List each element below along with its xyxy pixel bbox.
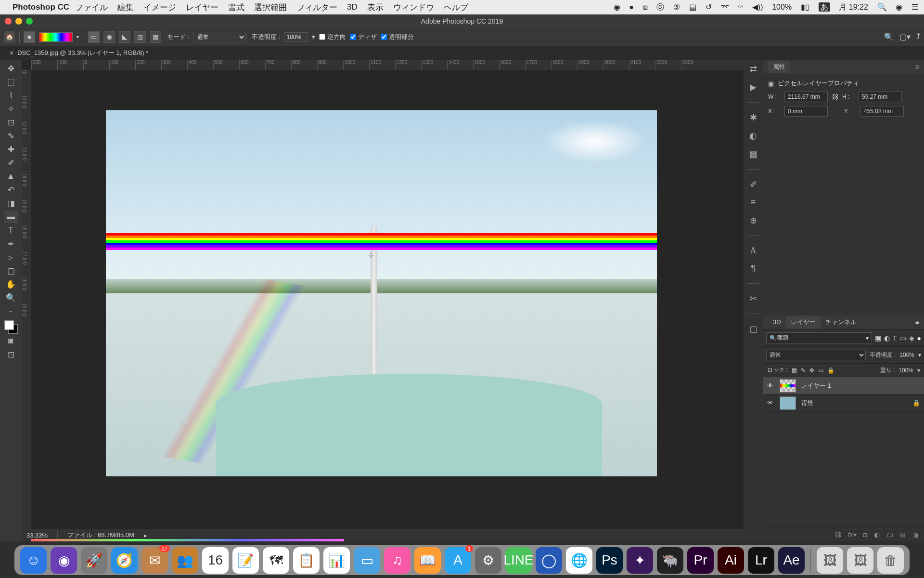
w-value[interactable]: 2116.67 mm — [784, 92, 828, 102]
file-size[interactable]: ファイル : 68.7M/85.0M — [67, 531, 134, 539]
dock-app-16[interactable]: LINE — [505, 547, 532, 574]
menu-edit[interactable]: 編集 — [117, 2, 134, 13]
status-arrow[interactable]: ▸ — [144, 532, 147, 539]
close-window[interactable] — [5, 18, 12, 25]
new-layer-icon[interactable]: ⊞ — [900, 531, 906, 539]
lock-artboard-icon[interactable]: ▭ — [818, 367, 823, 374]
dock-app-13[interactable]: 📖 — [414, 547, 441, 574]
menu-window[interactable]: ウィンドウ — [393, 2, 434, 13]
screenmode-tool[interactable]: ⊡ — [4, 348, 18, 361]
filter-type-icon[interactable]: T — [893, 334, 897, 342]
layer-name[interactable]: レイヤー 1 — [801, 381, 831, 390]
sync-icon[interactable]: ⑤ — [673, 3, 680, 11]
eraser-tool[interactable]: ◨ — [4, 197, 18, 210]
dock-right-0[interactable]: 🖼 — [817, 547, 843, 574]
marquee-tool[interactable]: ⬚ — [4, 76, 18, 88]
layer-kind-filter[interactable]: 🔍 種類▾ — [766, 332, 872, 343]
link-layers-icon[interactable]: ⛓ — [834, 531, 841, 539]
history-panel-icon[interactable]: ⇄ — [750, 64, 757, 74]
filter-pixel-icon[interactable]: ▣ — [875, 334, 881, 342]
healing-tool[interactable]: ✚ — [4, 143, 18, 156]
zoom-tool[interactable]: 🔍 — [4, 291, 18, 304]
dock-app-12[interactable]: ♫ — [384, 547, 411, 574]
color-panel-icon[interactable]: ✱ — [750, 112, 757, 123]
character-panel-icon[interactable]: A — [750, 246, 757, 256]
shape-tool[interactable]: ▢ — [4, 264, 18, 277]
dock-right-2[interactable]: 🗑 — [877, 547, 904, 574]
swatches-panel-icon[interactable]: ◐ — [749, 131, 757, 141]
box-icon[interactable]: ▤ — [689, 3, 696, 11]
delete-layer-icon[interactable]: 🗑 — [912, 531, 919, 539]
cc-icon[interactable]: ⓒ — [656, 3, 664, 11]
ruler-vertical[interactable]: 01 0 02 0 03 0 04 0 05 0 06 0 07 0 08 0 … — [22, 70, 31, 541]
edit-toolbar[interactable]: ••• — [4, 305, 18, 317]
dock-app-24[interactable]: Lr — [748, 547, 774, 574]
fx-icon[interactable]: fx▾ — [848, 531, 857, 539]
move-tool[interactable]: ✥ — [4, 62, 18, 75]
layer-opacity-value[interactable]: 100% — [899, 352, 914, 358]
dock-app-0[interactable]: ☺ — [20, 547, 47, 574]
color-swatches[interactable] — [4, 320, 18, 334]
filter-shape-icon[interactable]: ▭ — [900, 334, 906, 342]
link-wh-icon[interactable]: ⛓ — [832, 93, 838, 101]
opacity-input[interactable] — [284, 32, 308, 42]
menu-filter[interactable]: フィルター — [296, 2, 337, 13]
filter-adjust-icon[interactable]: ◐ — [884, 334, 890, 342]
dock-app-3[interactable]: 🧭 — [111, 547, 138, 574]
libraries-icon[interactable]: ▢ — [749, 324, 757, 334]
ime-icon[interactable]: あ — [819, 2, 830, 12]
lock-all-icon[interactable]: 🔒 — [827, 367, 834, 374]
tab-3d[interactable]: 3D — [768, 316, 786, 328]
history-brush-tool[interactable]: ↶ — [4, 184, 18, 196]
document-tab[interactable]: × DSC_1359.jpg @ 33.3% (レイヤー 1, RGB/8) * — [5, 46, 153, 60]
document-canvas[interactable]: ⊹ — [106, 110, 657, 476]
brushes-panel-icon[interactable]: ✐ — [750, 179, 757, 190]
gradient-linear[interactable]: ▭ — [88, 31, 100, 43]
dock-app-8[interactable]: 🗺 — [263, 547, 289, 574]
layer-name[interactable]: 背景 — [801, 399, 813, 407]
lock-icon[interactable]: 🔒 — [912, 399, 920, 407]
menu-select[interactable]: 選択範囲 — [254, 2, 287, 13]
layer-row[interactable]: 👁 レイヤー 1 — [763, 377, 924, 394]
battery-percent[interactable]: 100% — [772, 3, 792, 11]
brush-settings-icon[interactable]: ≡ — [751, 197, 756, 208]
gradient-reflected[interactable]: ▥ — [134, 31, 146, 43]
search-icon[interactable]: 🔍 — [884, 32, 894, 41]
tab-channels[interactable]: チャンネル — [821, 316, 861, 328]
menu-3d[interactable]: 3D — [347, 2, 358, 12]
properties-tab[interactable]: 属性 — [768, 61, 790, 73]
menu-image[interactable]: イメージ — [143, 2, 176, 13]
layer-thumbnail[interactable] — [780, 379, 796, 393]
gradient-radial[interactable]: ◉ — [103, 31, 115, 43]
dock-app-22[interactable]: Pr — [687, 547, 714, 574]
dock-app-21[interactable]: 🐃 — [657, 547, 683, 574]
lasso-tool[interactable]: ⌇ — [4, 89, 18, 102]
gradient-tool[interactable]: ▬ — [4, 210, 18, 223]
wifi-icon[interactable]: ⌔ — [738, 3, 743, 11]
mask-icon[interactable]: ◘ — [863, 531, 867, 539]
menu-view[interactable]: 表示 — [367, 2, 384, 13]
dock-app-17[interactable]: ◯ — [536, 547, 562, 574]
dock-app-11[interactable]: ▭ — [354, 547, 380, 574]
transparent-checkbox[interactable] — [381, 34, 387, 40]
quickmask-tool[interactable]: ◙ — [4, 335, 18, 347]
fill-value[interactable]: 100% — [898, 367, 913, 374]
zoom-level[interactable]: 33.33% — [26, 532, 48, 539]
dock-app-6[interactable]: 16 — [202, 547, 229, 574]
dock-app-10[interactable]: 📊 — [323, 547, 350, 574]
dock-app-5[interactable]: 👥 — [172, 547, 198, 574]
timemachine-icon[interactable]: ↺ — [706, 3, 712, 11]
dock-app-4[interactable]: ✉27 — [141, 547, 168, 574]
pen-tool[interactable]: ✒ — [4, 237, 18, 250]
bluetooth-icon[interactable]: ⌤ — [720, 3, 729, 11]
lock-paint-icon[interactable]: ✎ — [801, 367, 806, 374]
siri-icon[interactable]: ◉ — [896, 3, 902, 11]
chat-icon[interactable]: ● — [629, 3, 634, 11]
gradients-panel-icon[interactable]: ▩ — [749, 149, 757, 159]
crop-tool[interactable]: ⊡ — [4, 116, 18, 129]
layer-blend-select[interactable]: 通常 — [766, 350, 866, 360]
dock-app-9[interactable]: 📋 — [293, 547, 320, 574]
adjustment-icon[interactable]: ◐ — [874, 531, 880, 539]
clock[interactable]: 月 19:22 — [839, 3, 868, 11]
gradient-preset[interactable] — [39, 32, 73, 42]
